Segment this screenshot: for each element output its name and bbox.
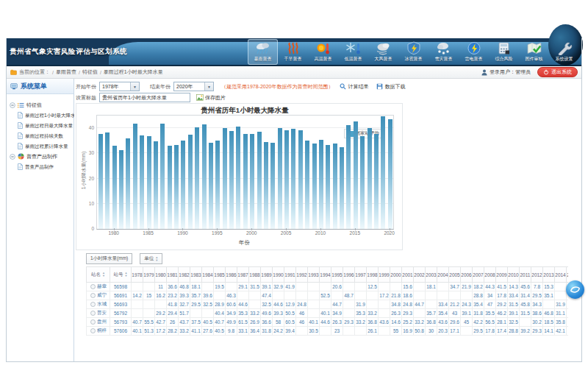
chart-bar[interactable] [147, 136, 151, 229]
chart-bar[interactable] [174, 145, 179, 229]
logout-button[interactable]: 退出系统 [537, 67, 578, 77]
toolbar-item-settings[interactable]: 系统设置 [549, 39, 579, 65]
row-expander-icon[interactable] [90, 328, 96, 333]
row-expander-icon[interactable] [90, 319, 96, 325]
chart-bar[interactable] [181, 141, 185, 229]
chart-bar[interactable] [374, 134, 379, 229]
chart-bar[interactable] [236, 127, 240, 229]
chart-bar[interactable] [105, 132, 110, 229]
chart-bar[interactable] [298, 130, 303, 229]
chart-bar[interactable] [284, 130, 289, 229]
table-row[interactable]: 威宁5669114.21516.223.239.335.739.646.347.… [87, 291, 569, 300]
toolbar-item-map-audit[interactable]: 图件审核 [519, 39, 549, 65]
chart-bar[interactable] [305, 141, 309, 229]
chart-bar[interactable] [140, 135, 144, 229]
toolbar-item-rainstorm[interactable]: 暴雨普查 [248, 39, 278, 65]
chart-bar[interactable] [250, 134, 254, 229]
toolbar-item-lightning[interactable]: 雷电普查 [459, 39, 489, 65]
end-year-select[interactable]: 2020年 ▼ [173, 82, 214, 91]
tree-item[interactable]: 暴雨过程日最大降水量 [18, 122, 72, 130]
value-cell: 35.1 [543, 291, 555, 300]
chart-bar[interactable] [126, 138, 130, 229]
toolbar-item-wind[interactable]: 大风普查 [368, 39, 398, 65]
collapse-toggle-icon[interactable] [10, 154, 15, 160]
chart-bar[interactable] [326, 145, 330, 229]
start-year-select[interactable]: 1978年 ▼ [99, 82, 140, 91]
tree-group-1[interactable]: 普查产品制作 [10, 153, 71, 160]
chart-bar[interactable] [154, 141, 158, 229]
compute-result-button[interactable]: 计算结果 [340, 83, 368, 91]
table-row[interactable]: 赫章565981136.646.818.119.529.131.539.132.… [87, 283, 569, 291]
value-cell: 42.2 [473, 318, 484, 327]
value-cell: 21.9 [461, 283, 473, 291]
chart-bar[interactable] [133, 124, 137, 229]
column-header-year: 2014 [555, 267, 567, 283]
chart-bar[interactable] [195, 127, 199, 229]
value-cell [426, 300, 437, 309]
row-expander-icon[interactable] [90, 311, 96, 316]
chart-bar[interactable] [202, 124, 207, 229]
unit-sort-control[interactable]: 单位 ▲▼ [140, 253, 162, 264]
tree-group-0[interactable]: 特征值 [10, 102, 71, 109]
table-row[interactable]: 盘州5679340.755.542.72643.737.540.540.749.… [87, 318, 569, 327]
chart-bar[interactable] [112, 146, 117, 229]
column-header-year: 2015 [567, 267, 569, 283]
chart-bar[interactable] [346, 125, 351, 229]
value-cell: 34 [484, 291, 496, 300]
chart-bar[interactable] [98, 134, 103, 229]
row-expander-icon[interactable] [90, 302, 96, 307]
chart-bar[interactable] [209, 143, 213, 229]
chart-bar[interactable] [119, 150, 123, 229]
chart-bar[interactable] [340, 147, 344, 229]
chart-bar[interactable] [257, 132, 262, 229]
row-expander-icon[interactable] [90, 284, 96, 289]
column-header-station-name[interactable]: 站名▲▼ [87, 267, 110, 283]
column-header-station-id[interactable]: 站号▲▼ [110, 267, 132, 283]
tree-item[interactable]: 普查产品制作 [18, 163, 72, 171]
chart-bar[interactable] [360, 136, 365, 229]
chart-bar[interactable] [223, 128, 227, 229]
measure-filter[interactable]: 1小时降水量(mm) [86, 253, 132, 264]
chart-bar[interactable] [168, 146, 172, 229]
toolbar-item-drought[interactable]: 干旱普查 [278, 39, 308, 65]
save-image-button[interactable]: 保存图片 [196, 94, 226, 102]
data-download-button[interactable]: 数据下载 [376, 83, 405, 91]
toolbar-item-hail[interactable]: 冰雹普查 [398, 39, 429, 65]
chart-bar[interactable] [312, 144, 317, 229]
breadcrumb-item[interactable]: 暴雨普查 [56, 68, 76, 76]
row-expander-icon[interactable] [90, 293, 96, 298]
chart-bar[interactable] [319, 140, 323, 229]
chart-bar[interactable] [381, 116, 385, 229]
chart-bar[interactable] [291, 129, 295, 229]
tree-item[interactable]: 暴雨过程累计降水量 [18, 143, 72, 150]
chart-bar[interactable] [333, 144, 337, 229]
chart-bar[interactable] [368, 128, 372, 229]
floating-widget-button[interactable] [566, 280, 584, 299]
tree-item[interactable]: 暴雨过程持续天数 [18, 132, 72, 140]
breadcrumb-item[interactable]: 特征值 [82, 68, 98, 76]
table-row[interactable]: 普安5679229.229.451.740.434.935.333.249.63… [87, 309, 569, 318]
chart-bar[interactable] [354, 121, 358, 229]
chart-bar[interactable] [270, 143, 275, 229]
table-row[interactable]: 桐梓5760640.151.317.228.233.241.127.640.59… [87, 327, 569, 336]
toolbar-item-high-temp[interactable]: 高温普查 [308, 39, 338, 65]
start-year-value: 1978年 [102, 83, 119, 91]
toolbar-item-snow[interactable]: 雪灾普查 [429, 39, 459, 65]
chart-title-input[interactable] [99, 93, 190, 102]
chart-bar[interactable] [188, 135, 193, 229]
tree-item[interactable]: 暴雨过程1小时最大降水量 [18, 112, 72, 119]
station-data-table-wrap[interactable]: 站名▲▼站号▲▼19781979198019811982198319841985… [86, 266, 568, 361]
chart-bar[interactable] [388, 119, 392, 229]
chart-bar[interactable] [243, 134, 248, 229]
toolbar-item-composite-risk[interactable]: 综合风险 [489, 39, 519, 65]
chart-bar[interactable] [215, 141, 220, 229]
chart-bar[interactable] [264, 142, 268, 229]
value-cell: 26.3 [390, 309, 402, 318]
collapse-toggle-icon[interactable] [10, 102, 15, 109]
breadcrumb-item[interactable]: 暴雨过程1小时最大降水量 [104, 68, 163, 76]
chart-bar[interactable] [278, 128, 282, 229]
chart-bar[interactable] [229, 131, 234, 229]
toolbar-item-low-temp[interactable]: 低温普查 [338, 39, 368, 65]
table-row[interactable]: 水城5669341.832.729.532.528.960.644.632.54… [87, 300, 569, 309]
chart-bar[interactable] [160, 124, 165, 229]
